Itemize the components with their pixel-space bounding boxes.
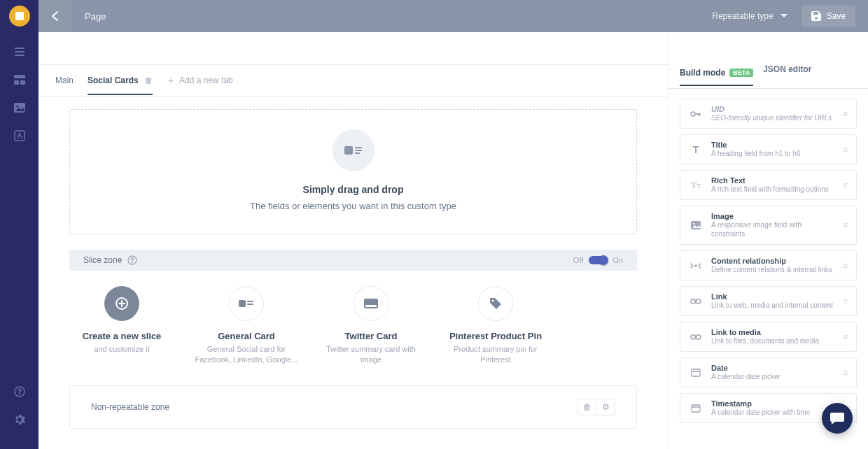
title-icon: T [689, 144, 703, 155]
tab-main[interactable]: Main [55, 71, 74, 90]
slice-zone-toggle[interactable]: Off On [573, 256, 623, 264]
svg-rect-11 [344, 146, 353, 155]
drag-handle-icon[interactable]: ≡ [843, 180, 848, 190]
right-panel: Build mode BETA JSON editor UID SEO-frie… [668, 32, 868, 449]
zone-delete-icon[interactable]: 🗑 [578, 399, 596, 415]
tab-build-mode[interactable]: Build mode BETA [680, 68, 753, 86]
tab-json-editor[interactable]: JSON editor [763, 64, 811, 81]
chat-bubble[interactable] [822, 403, 853, 434]
twitter-card-icon [354, 286, 388, 321]
nav-item-media-icon[interactable] [10, 98, 29, 117]
svg-rect-0 [15, 48, 24, 49]
svg-rect-35 [692, 405, 700, 412]
back-button[interactable] [38, 0, 72, 32]
svg-rect-12 [355, 147, 362, 148]
link-media-icon [689, 334, 703, 340]
svg-rect-27 [691, 221, 701, 229]
drag-handle-icon[interactable]: ≡ [843, 145, 848, 155]
svg-point-10 [19, 394, 20, 395]
field-item-title[interactable]: T Title A heading field from h1 to h6 ≡ [680, 134, 857, 164]
svg-rect-19 [247, 301, 253, 302]
drag-handle-icon[interactable]: ≡ [843, 261, 848, 271]
zone-settings-icon[interactable]: ⚙ [596, 399, 615, 415]
slice-card-twitter[interactable]: Twitter Card Twitter summary card with i… [318, 286, 424, 366]
non-repeatable-zone: Non-repeatable zone 🗑 ⚙ [69, 385, 637, 429]
add-tab-button[interactable]: ＋ Add a new tab [167, 75, 233, 87]
drag-handle-icon[interactable]: ≡ [843, 220, 848, 230]
logo[interactable] [9, 6, 30, 27]
help-icon[interactable] [127, 255, 137, 265]
relation-icon [689, 262, 703, 269]
svg-rect-22 [365, 305, 377, 307]
page-title: Page [72, 11, 106, 22]
save-button[interactable]: Save [802, 6, 855, 27]
delete-tab-icon[interactable]: 🗑 [145, 76, 153, 85]
plus-icon: ＋ [167, 75, 175, 87]
image-icon [689, 221, 703, 229]
svg-point-16 [132, 262, 133, 263]
svg-rect-26 [699, 113, 700, 116]
field-item-image[interactable]: Image A responsive image field with cons… [680, 206, 857, 245]
zone-label: Non-repeatable zone [91, 402, 169, 412]
settings-icon[interactable] [10, 410, 29, 429]
chat-icon [830, 411, 845, 425]
slice-zone-label: Slice zone [83, 255, 122, 265]
builder-canvas: Main Social Cards 🗑 ＋ Add a new tab Simp… [38, 32, 668, 449]
slice-cards-row: Create a new slice and customize it Gene… [38, 271, 668, 385]
field-item-uid[interactable]: UID SEO-friendly unique identifier for U… [680, 99, 857, 129]
slice-card-new[interactable]: Create a new slice and customize it [69, 286, 174, 366]
slice-card-general[interactable]: General Card General Social card for Fac… [194, 286, 299, 366]
drag-handle-icon[interactable]: ≡ [843, 368, 848, 378]
nav-item-documents-icon[interactable] [10, 42, 29, 62]
drag-handle-icon[interactable]: ≡ [843, 109, 848, 119]
card-icon [229, 286, 264, 321]
calendar-icon [689, 368, 703, 377]
drop-zone[interactable]: Simply drag and drop The fields or eleme… [69, 109, 637, 234]
rich-text-icon: TT [689, 180, 703, 191]
save-icon [811, 11, 821, 21]
drop-zone-icon [332, 129, 374, 171]
field-item-link[interactable]: Link Link to web, media and internal con… [680, 286, 857, 316]
svg-rect-14 [355, 152, 360, 154]
drag-handle-icon[interactable]: ≡ [843, 332, 848, 342]
calendar-icon [689, 404, 703, 413]
type-select-label: Repeatable type [712, 11, 773, 21]
nav-item-custom-types-icon[interactable] [10, 70, 29, 90]
svg-rect-4 [14, 80, 19, 85]
drop-zone-title: Simply drag and drop [70, 184, 636, 195]
svg-point-28 [693, 223, 694, 224]
link-icon [689, 299, 703, 304]
svg-rect-18 [239, 300, 246, 307]
zone-actions: 🗑 ⚙ [578, 399, 615, 415]
slice-zone-bar: Slice zone Off On [69, 250, 637, 271]
svg-rect-2 [15, 55, 24, 56]
field-item-rich-text[interactable]: TT Rich Text A rich text field with form… [680, 170, 857, 200]
tag-icon [478, 286, 513, 321]
svg-point-29 [695, 265, 696, 266]
svg-rect-8 [15, 131, 24, 141]
field-item-date[interactable]: Date A calendar date picker ≡ [680, 357, 857, 387]
key-icon [689, 111, 703, 117]
panel-tabs: Build mode BETA JSON editor [668, 45, 868, 89]
left-sidebar [0, 0, 38, 449]
svg-point-23 [492, 300, 494, 302]
save-label: Save [827, 11, 846, 21]
drag-handle-icon[interactable]: ≡ [843, 297, 848, 306]
field-item-content-relationship[interactable]: Content relationship Define content rela… [680, 250, 857, 280]
topbar: Page Repeatable type Save [38, 0, 868, 32]
nav-item-slices-icon[interactable] [10, 126, 29, 145]
slice-card-pinterest[interactable]: Pinterest Product Pin Product summary pi… [443, 286, 548, 366]
builder-tabs: Main Social Cards 🗑 ＋ Add a new tab [38, 64, 668, 97]
field-item-link-media[interactable]: Link to media Link to files, documents a… [680, 322, 857, 352]
drop-zone-desc: The fields or elements you want in this … [70, 201, 636, 211]
svg-rect-34 [692, 369, 700, 376]
help-icon[interactable] [10, 382, 29, 401]
beta-badge: BETA [729, 69, 753, 77]
svg-rect-5 [20, 80, 25, 85]
svg-point-24 [691, 112, 695, 116]
field-list: UID SEO-friendly unique identifier for U… [668, 89, 868, 433]
type-select[interactable]: Repeatable type [698, 11, 801, 21]
svg-rect-1 [15, 51, 24, 52]
tab-social-cards[interactable]: Social Cards 🗑 [88, 66, 153, 95]
chevron-down-icon [780, 14, 788, 18]
